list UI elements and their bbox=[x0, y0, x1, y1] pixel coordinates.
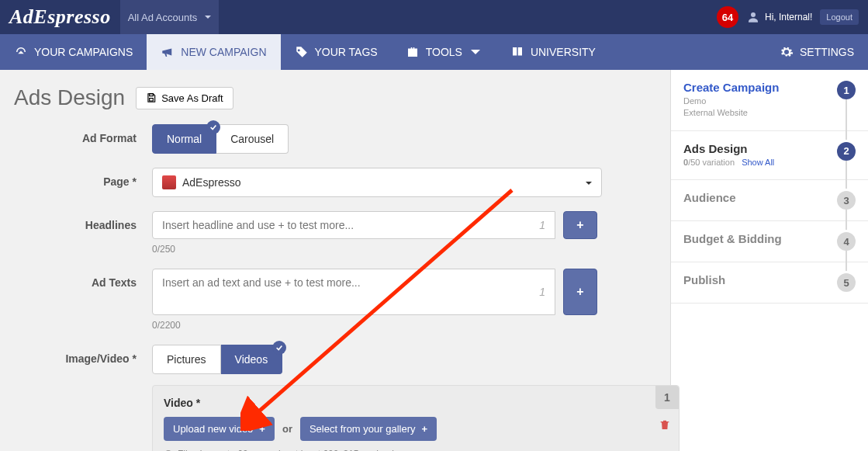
format-normal-toggle[interactable]: Normal bbox=[152, 124, 216, 154]
svg-point-0 bbox=[751, 12, 756, 17]
step-title: Budget & Bidding bbox=[683, 232, 837, 245]
step-budget-bidding[interactable]: Budget & Bidding 4 bbox=[671, 221, 868, 262]
greeting-text: Hi, Internal! bbox=[765, 12, 812, 23]
panel-count-badge: 1 bbox=[655, 386, 679, 409]
add-adtext-button[interactable]: + bbox=[563, 269, 597, 315]
step-number: 4 bbox=[837, 232, 856, 251]
show-all-link[interactable]: Show All bbox=[742, 158, 774, 167]
user-icon bbox=[746, 10, 760, 24]
megaphone-icon bbox=[161, 45, 175, 59]
step-title: Create Campaign bbox=[683, 81, 837, 94]
select-gallery-button[interactable]: Select from your gallery + bbox=[300, 417, 437, 441]
check-icon bbox=[206, 120, 220, 134]
upload-label: Upload new video bbox=[173, 423, 253, 435]
nav-label: UNIVERSITY bbox=[531, 46, 596, 58]
page-title: Ads Design bbox=[14, 85, 125, 110]
step-title: Publish bbox=[683, 273, 837, 286]
step-sub: 0/50 variation Show All bbox=[683, 157, 837, 168]
video-panel: 1 Video * Upload new video + or Select f… bbox=[152, 385, 680, 451]
or-separator: or bbox=[282, 423, 292, 435]
headlines-limit: 0/250 bbox=[152, 244, 656, 255]
briefcase-icon bbox=[406, 45, 420, 59]
video-section-title: Video * bbox=[164, 397, 668, 409]
plus-icon: + bbox=[576, 285, 583, 299]
nav-label: TOOLS bbox=[426, 46, 462, 58]
nav-new-campaign[interactable]: NEW CAMPAIGN bbox=[147, 34, 280, 70]
account-selector[interactable]: All Ad Accounts bbox=[120, 0, 220, 34]
step-title: Audience bbox=[683, 191, 837, 204]
videos-tab[interactable]: Videos bbox=[221, 345, 283, 374]
add-headline-button[interactable]: + bbox=[563, 211, 597, 239]
adtexts-limit: 0/2200 bbox=[152, 320, 656, 331]
trash-icon bbox=[659, 418, 671, 431]
nav-your-campaigns[interactable]: YOUR CAMPAIGNS bbox=[0, 34, 147, 70]
dashboard-icon bbox=[14, 45, 28, 59]
step-title: Ads Design bbox=[683, 142, 837, 155]
check-icon bbox=[272, 341, 286, 355]
headlines-counter: 1 bbox=[539, 219, 545, 231]
adtexts-label: Ad Texts bbox=[14, 269, 137, 289]
steps-sidebar: Create Campaign DemoExternal Website 1 A… bbox=[670, 70, 868, 451]
nav-tools[interactable]: TOOLS bbox=[392, 34, 496, 70]
step-number: 2 bbox=[837, 142, 856, 161]
format-carousel-toggle[interactable]: Carousel bbox=[216, 124, 289, 154]
step-number: 3 bbox=[837, 191, 856, 210]
toggle-label: Videos bbox=[235, 353, 268, 366]
logout-button[interactable]: Logout bbox=[820, 9, 859, 25]
page-select[interactable]: AdEspresso bbox=[152, 168, 602, 197]
nav-label: SETTINGS bbox=[800, 46, 854, 58]
page-value: AdEspresso bbox=[182, 176, 240, 189]
svg-rect-2 bbox=[150, 99, 154, 101]
nav-label: YOUR CAMPAIGNS bbox=[34, 46, 133, 58]
chevron-down-icon bbox=[469, 45, 482, 59]
save-draft-button[interactable]: Save As Draft bbox=[136, 87, 233, 109]
ad-format-label: Ad Format bbox=[14, 124, 137, 144]
page-avatar-icon bbox=[162, 175, 176, 189]
upload-video-button[interactable]: Upload new video + bbox=[164, 417, 275, 441]
step-publish[interactable]: Publish 5 bbox=[671, 262, 868, 304]
step-ads-design[interactable]: Ads Design 0/50 variation Show All 2 bbox=[671, 131, 868, 180]
step-sub: DemoExternal Website bbox=[683, 95, 837, 120]
gallery-label: Select from your gallery bbox=[310, 423, 416, 435]
adtexts-counter: 1 bbox=[539, 286, 545, 298]
save-icon bbox=[146, 92, 157, 103]
imagevideo-label: Image/Video * bbox=[14, 345, 137, 365]
step-audience[interactable]: Audience 3 bbox=[671, 180, 868, 221]
topbar: AdEspresso All Ad Accounts 64 Hi, Intern… bbox=[0, 0, 868, 34]
svg-rect-1 bbox=[150, 94, 154, 96]
book-icon bbox=[510, 45, 524, 59]
brand-logo[interactable]: AdEspresso bbox=[9, 5, 111, 29]
nav-university[interactable]: UNIVERSITY bbox=[496, 34, 610, 70]
main-nav: YOUR CAMPAIGNS NEW CAMPAIGN YOUR TAGS TO… bbox=[0, 34, 868, 70]
delete-video-button[interactable] bbox=[659, 418, 671, 433]
step-create-campaign[interactable]: Create Campaign DemoExternal Website 1 bbox=[671, 70, 868, 131]
notification-badge[interactable]: 64 bbox=[717, 6, 738, 28]
headlines-label: Headlines bbox=[14, 211, 137, 231]
save-label: Save As Draft bbox=[161, 92, 223, 104]
nav-label: YOUR TAGS bbox=[315, 46, 378, 58]
nav-label: NEW CAMPAIGN bbox=[181, 46, 266, 58]
step-number: 5 bbox=[837, 273, 856, 292]
headlines-input[interactable] bbox=[162, 219, 533, 231]
nav-your-tags[interactable]: YOUR TAGS bbox=[281, 34, 392, 70]
plus-icon: + bbox=[259, 423, 265, 435]
adtexts-input[interactable] bbox=[162, 276, 533, 307]
step-number: 1 bbox=[837, 81, 856, 99]
plus-icon: + bbox=[422, 423, 428, 435]
gear-icon bbox=[780, 45, 794, 59]
tag-icon bbox=[295, 45, 309, 59]
page-label: Page * bbox=[14, 168, 137, 188]
nav-settings[interactable]: SETTINGS bbox=[766, 34, 868, 70]
content-area: Ads Design Save As Draft Ad Format Norma… bbox=[0, 70, 670, 451]
toggle-label: Normal bbox=[167, 133, 202, 145]
pictures-tab[interactable]: Pictures bbox=[152, 345, 221, 374]
plus-icon: + bbox=[576, 218, 583, 232]
